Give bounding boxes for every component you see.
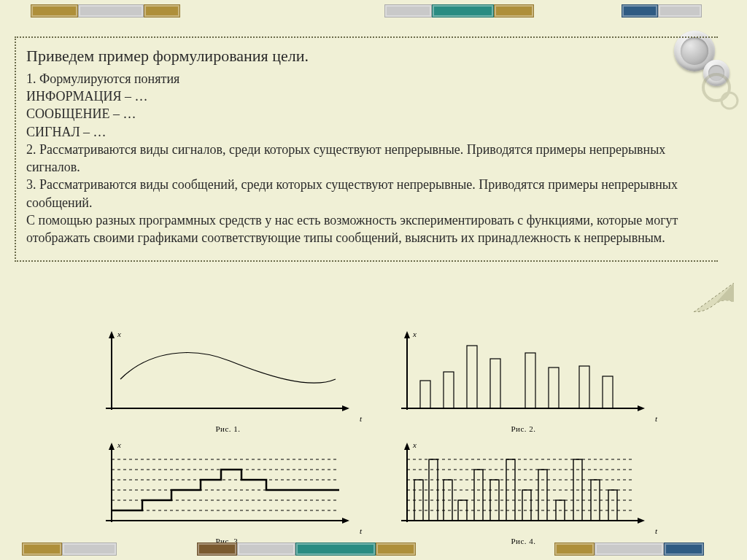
axis-t-label: t (655, 414, 657, 423)
svg-rect-14 (525, 353, 535, 408)
line-7: С помощью разных программных средств у н… (26, 211, 708, 247)
svg-rect-15 (549, 368, 559, 408)
page-curl-icon (694, 283, 734, 312)
chart-fig2: x t Рис. 2. (387, 328, 660, 430)
axis-t-label: t (655, 526, 657, 535)
svg-marker-5 (342, 405, 349, 411)
svg-marker-35 (404, 443, 410, 450)
content-text-box: Приведем пример формулирования цели. 1. … (15, 36, 718, 262)
chart-fig1: x t Рис. 1. (91, 328, 365, 430)
line-6: 3. Рассматриваются виды сообщений, среди… (26, 176, 708, 211)
top-decor-bar (0, 0, 747, 22)
svg-marker-25 (109, 443, 115, 450)
svg-rect-12 (467, 346, 477, 408)
caption-fig2: Рис. 2. (387, 424, 660, 433)
axis-t-label: t (360, 414, 362, 423)
svg-rect-50 (608, 490, 617, 521)
svg-rect-17 (603, 376, 613, 408)
bottom-decor-bar (0, 538, 747, 560)
axis-x-label: x (117, 330, 121, 338)
line-4: СИГНАЛ – … (26, 123, 708, 141)
svg-rect-16 (579, 366, 589, 408)
line-1: 1. Формулируются понятия (26, 70, 708, 88)
svg-rect-45 (522, 490, 531, 521)
caption-fig1: Рис. 1. (91, 424, 365, 433)
axis-x-label: x (117, 440, 121, 449)
svg-rect-10 (420, 381, 430, 408)
line-3: СООБЩЕНИЕ – … (26, 105, 708, 122)
svg-rect-13 (490, 359, 500, 408)
svg-marker-27 (342, 518, 349, 524)
chart-fig4: x t Рис. 4. (387, 440, 660, 542)
svg-point-1 (721, 93, 738, 109)
svg-marker-37 (638, 518, 645, 524)
axis-x-label: x (413, 330, 417, 338)
svg-marker-9 (638, 405, 645, 411)
charts-grid: x t Рис. 1. x t Рис. 2. (91, 328, 660, 542)
svg-marker-3 (109, 331, 115, 338)
axis-x-label: x (413, 440, 417, 449)
svg-marker-7 (404, 331, 410, 338)
svg-rect-42 (474, 470, 483, 521)
svg-rect-46 (538, 470, 547, 521)
title-line: Приведем пример формулирования цели. (26, 45, 708, 67)
svg-rect-11 (444, 372, 454, 408)
line-5: 2. Рассматриваются виды сигналов, среди … (26, 141, 708, 176)
line-2: ИНФОРМАЦИЯ – … (26, 88, 708, 105)
chart-fig3: x t Рис. 3. (91, 440, 365, 542)
axis-t-label: t (360, 526, 362, 535)
